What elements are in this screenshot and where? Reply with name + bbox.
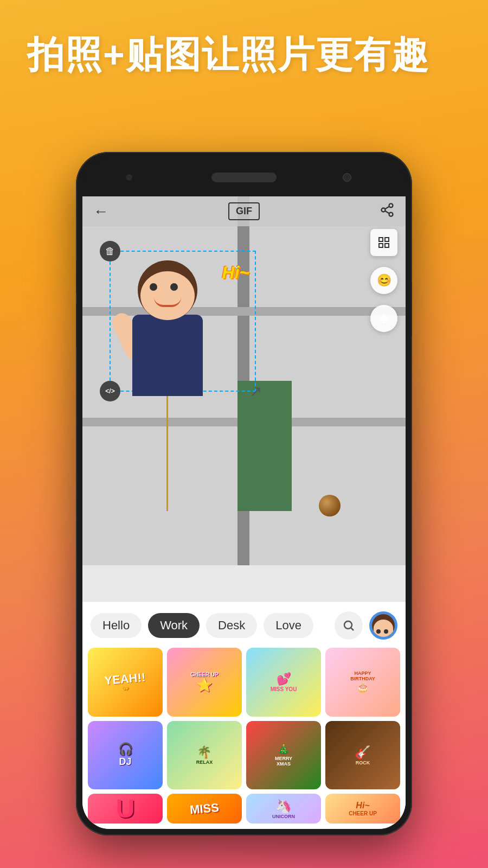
svg-rect-8 bbox=[385, 244, 389, 247]
category-tabs: Hello Work Desk Love bbox=[91, 611, 397, 640]
right-toolbar: 😊 ♣ bbox=[370, 229, 397, 332]
clover-button[interactable]: ♣ bbox=[370, 305, 397, 332]
sensor-dot bbox=[126, 174, 132, 181]
grid-view-button[interactable] bbox=[370, 229, 397, 256]
clover-icon: ♣ bbox=[379, 310, 389, 327]
cartoon-character-sticker bbox=[127, 260, 214, 391]
tab-desk[interactable]: Desk bbox=[206, 613, 257, 638]
svg-rect-7 bbox=[379, 244, 383, 247]
tab-love[interactable]: Love bbox=[264, 613, 313, 638]
sticker-guitar[interactable]: 🎸 ROCK bbox=[325, 721, 400, 790]
search-button[interactable] bbox=[335, 611, 363, 640]
smiley-icon: 😊 bbox=[377, 273, 391, 288]
volume-btn-1 bbox=[76, 260, 77, 293]
sticker-yeah[interactable]: YEAH!! 👐 bbox=[88, 648, 163, 717]
phone-inner: ← GIF bbox=[82, 158, 406, 829]
tab-hello[interactable]: Hello bbox=[91, 613, 142, 638]
trash-icon: 🗑 bbox=[105, 246, 115, 257]
svg-point-0 bbox=[389, 203, 393, 207]
sticker-container[interactable]: 🗑 Hi~ bbox=[110, 251, 256, 392]
sticker-unicorn[interactable]: 🦄 UNICORN bbox=[246, 794, 321, 824]
sticker-grid: YEAH!! 👐 CHEER UP ⭐ � bbox=[88, 648, 400, 824]
svg-point-2 bbox=[389, 212, 393, 216]
tab-work[interactable]: Work bbox=[148, 613, 200, 638]
back-button[interactable]: ← bbox=[93, 203, 108, 220]
shelf-ball bbox=[319, 495, 341, 516]
svg-point-9 bbox=[344, 621, 352, 629]
share-button[interactable] bbox=[380, 202, 395, 221]
phone-speaker bbox=[211, 173, 277, 182]
phone-screen: ← GIF bbox=[82, 196, 406, 829]
bottom-sticker-panel: Hello Work Desk Love bbox=[82, 601, 406, 829]
sticker-hug[interactable]: 💕 MISS YOU bbox=[246, 648, 321, 717]
sticker-dj[interactable]: 🎧 DJ bbox=[88, 721, 163, 790]
sticker-birthday[interactable]: HAPPY BIRTHDAY 🎂 bbox=[325, 648, 400, 717]
phone-mockup: ← GIF bbox=[76, 152, 412, 835]
svg-point-1 bbox=[382, 208, 386, 212]
front-camera bbox=[343, 173, 351, 182]
resize-icon: ↗ bbox=[249, 382, 262, 400]
power-btn bbox=[411, 282, 412, 336]
avatar-button[interactable] bbox=[369, 611, 397, 640]
sticker-beach[interactable]: 🌴 RELAX bbox=[167, 721, 242, 790]
code-icon: </> bbox=[105, 387, 114, 395]
svg-line-10 bbox=[351, 628, 354, 630]
svg-line-3 bbox=[385, 210, 389, 213]
sticker-u[interactable]: U bbox=[88, 794, 163, 824]
hi-sticker-text: Hi~ bbox=[222, 263, 249, 283]
phone-top-bar bbox=[82, 158, 406, 196]
emoji-button[interactable]: 😊 bbox=[370, 267, 397, 294]
sticker-hichi[interactable]: Hi~ CHEER UP bbox=[325, 794, 400, 824]
sticker-miss[interactable]: MISS bbox=[167, 794, 242, 824]
sticker-cheerup[interactable]: CHEER UP ⭐ bbox=[167, 648, 242, 717]
svg-rect-6 bbox=[385, 238, 389, 241]
sticker-code-button[interactable]: </> bbox=[100, 381, 120, 401]
sticker-resize-handle[interactable]: ↗ bbox=[245, 381, 266, 401]
sticker-xmas[interactable]: 🎄 MERRY XMAS bbox=[246, 721, 321, 790]
camera-toolbar: ← GIF bbox=[82, 196, 406, 226]
svg-line-4 bbox=[385, 206, 389, 209]
gif-button[interactable]: GIF bbox=[228, 202, 260, 220]
page-wrapper: 拍照+贴图让照片更有趣 bbox=[0, 0, 488, 868]
volume-btn-2 bbox=[76, 304, 77, 347]
page-title: 拍照+贴图让照片更有趣 bbox=[27, 33, 461, 77]
camera-view: ← GIF bbox=[82, 196, 406, 565]
svg-rect-5 bbox=[379, 238, 383, 241]
sticker-delete-button[interactable]: 🗑 bbox=[100, 241, 120, 261]
